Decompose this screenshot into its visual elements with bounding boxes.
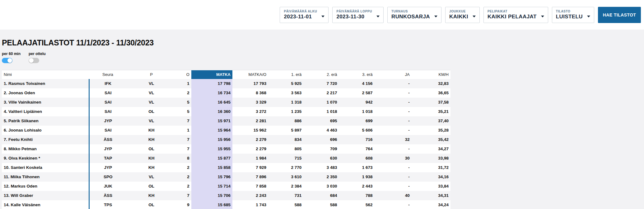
stat-cell: 709 bbox=[303, 144, 339, 154]
col-header-1-er-[interactable]: 1. erä bbox=[268, 70, 303, 79]
table-row: 3. Ville VainikainenSAIVL516 6453 3291 3… bbox=[2, 98, 450, 107]
filter-label: JOUKKUE bbox=[449, 10, 468, 13]
player-name-cell[interactable]: 14. Kalle Väisänen bbox=[2, 200, 89, 209]
stat-cell: 5 897 bbox=[268, 126, 303, 135]
filter-dropdown-team[interactable]: JOUKKUE KAIKKI bbox=[445, 7, 480, 23]
col-header-p[interactable]: P bbox=[127, 70, 176, 79]
filter-label: PELIPAIKAT bbox=[488, 10, 537, 13]
col-header-2-er-[interactable]: 2. erä bbox=[303, 70, 339, 79]
table-row: 9. Oiva Keskinen *TAPKH815 8771 98471563… bbox=[2, 154, 450, 163]
col-header-matka-o[interactable]: MATKA/O bbox=[232, 70, 268, 79]
stat-cell: - bbox=[375, 172, 412, 182]
stat-cell: SAI bbox=[89, 107, 126, 116]
filter-dropdown-date-end[interactable]: PÄIVÄMÄÄRÄ LOPPU 2023-11-30 bbox=[332, 7, 384, 23]
player-name-cell[interactable]: 7. Feetu Knihti bbox=[2, 135, 89, 144]
player-name-cell[interactable]: 8. Mikko Petman bbox=[2, 144, 89, 154]
stat-cell: 7 bbox=[176, 135, 191, 144]
toggle-knob bbox=[7, 58, 12, 63]
stat-cell: 886 bbox=[268, 116, 303, 126]
stat-cell: SPO bbox=[89, 172, 126, 182]
player-name-cell[interactable]: 9. Oiva Keskinen * bbox=[2, 154, 89, 163]
table-row: 14. Kalle VäisänenTPSOL915 6851 74358858… bbox=[2, 200, 450, 209]
stat-cell: 3 610 bbox=[268, 172, 303, 182]
stat-cell: 1 018 bbox=[303, 107, 339, 116]
stat-cell: KH bbox=[127, 154, 176, 163]
col-header-ja[interactable]: JA bbox=[375, 70, 412, 79]
stat-cell: 34,31 bbox=[412, 191, 450, 200]
filter-label: PÄIVÄMÄÄRÄ LOPPU bbox=[336, 10, 372, 13]
stat-cell: 2 bbox=[176, 172, 191, 182]
col-header-seura[interactable]: Seura bbox=[89, 70, 126, 79]
stat-cell: SAI bbox=[89, 98, 126, 107]
table-row: 6. Joonas LohisaloSAIKH115 96415 9625 89… bbox=[2, 126, 450, 135]
player-name-cell[interactable]: 6. Joonas Lohisalo bbox=[2, 126, 89, 135]
page-title: PELAAJATILASTOT 11/1/2023 - 11/30/2023 bbox=[2, 38, 644, 47]
col-header-o[interactable]: O bbox=[176, 70, 191, 79]
player-name-cell[interactable]: 2. Joonas Oden bbox=[2, 88, 89, 98]
stat-cell: 15 858 bbox=[191, 163, 232, 172]
toggle-label: per 60 min bbox=[2, 52, 21, 56]
stat-cell: 5 606 bbox=[339, 126, 374, 135]
stat-cell: 2 217 bbox=[303, 88, 339, 98]
stat-cell: 1 235 bbox=[268, 107, 303, 116]
stat-cell: 1 673 bbox=[339, 163, 374, 172]
stat-cell: OL bbox=[127, 200, 176, 209]
player-name-cell[interactable]: 11. Miika Tiihonen bbox=[2, 172, 89, 182]
hae-tilastot-button[interactable]: HAE TILASTOT bbox=[598, 7, 641, 23]
chevron-down-icon bbox=[376, 16, 380, 17]
player-name-cell[interactable]: 12. Markus Oden bbox=[2, 182, 89, 191]
stat-cell: SAI bbox=[89, 88, 126, 98]
player-name-cell[interactable]: 5. Patrik Siikanen bbox=[2, 116, 89, 126]
stat-cell: 4 156 bbox=[339, 79, 374, 88]
stat-cell: IFK bbox=[89, 79, 126, 88]
player-name-cell[interactable]: 3. Ville Vainikainen bbox=[2, 98, 89, 107]
col-header-matka[interactable]: MATKA bbox=[191, 70, 232, 79]
stat-cell: 2 bbox=[176, 182, 191, 191]
stat-cell: 1 bbox=[176, 126, 191, 135]
stat-cell: 5 925 bbox=[268, 79, 303, 88]
filter-label: PÄIVÄMÄÄRÄ ALKU bbox=[284, 10, 317, 13]
toggle-per-ottelu[interactable] bbox=[29, 58, 39, 63]
col-header-3-er-[interactable]: 3. erä bbox=[339, 70, 374, 79]
stat-cell: 699 bbox=[339, 116, 374, 126]
stat-cell: 942 bbox=[339, 98, 374, 107]
stat-cell: 805 bbox=[268, 144, 303, 154]
stat-cell: 37,58 bbox=[412, 98, 450, 107]
filter-dropdown-stat-type[interactable]: TILASTO LUISTELU bbox=[552, 7, 594, 23]
filter-value: 2023-11-30 bbox=[336, 14, 372, 20]
chevron-down-icon bbox=[587, 16, 590, 17]
stat-cell: 2 281 bbox=[232, 116, 268, 126]
stat-cell: 695 bbox=[303, 116, 339, 126]
stat-cell: 7 929 bbox=[232, 163, 268, 172]
stat-cell: 3 563 bbox=[268, 88, 303, 98]
col-header-nimi[interactable]: Nimi bbox=[2, 70, 89, 79]
stat-cell: 630 bbox=[303, 154, 339, 163]
stat-cell: 30 bbox=[375, 154, 412, 163]
player-name-cell[interactable]: 13. Will Graber bbox=[2, 191, 89, 200]
chevron-down-icon bbox=[434, 16, 437, 17]
content-area: PELAAJATILASTOT 11/1/2023 - 11/30/2023 p… bbox=[0, 30, 644, 209]
stat-cell: 3 030 bbox=[303, 182, 339, 191]
filter-dropdown-date-start[interactable]: PÄIVÄMÄÄRÄ ALKU 2023-11-01 bbox=[280, 7, 329, 23]
stat-cell: 2 bbox=[176, 163, 191, 172]
col-header-km-h[interactable]: KM/H bbox=[412, 70, 450, 79]
stat-cell: JYP bbox=[89, 116, 126, 126]
stat-cell: - bbox=[375, 79, 412, 88]
player-name-cell[interactable]: 1. Rasmus Toivainen bbox=[2, 79, 89, 88]
stat-cell: ÄSS bbox=[89, 191, 126, 200]
stat-cell: 7 bbox=[176, 144, 191, 154]
filter-dropdown-tournament[interactable]: TURNAUS RUNKOSARJA bbox=[387, 7, 441, 23]
stat-cell: 3 329 bbox=[232, 98, 268, 107]
stat-cell: 834 bbox=[268, 135, 303, 144]
toggle-per-60-min[interactable] bbox=[2, 58, 12, 63]
table-row: 13. Will GraberÄSSKH715 7062 24373168478… bbox=[2, 191, 450, 200]
player-name-cell[interactable]: 10. Santeri Koskela bbox=[2, 163, 89, 172]
table-row: 1. Rasmus ToivainenIFKVL117 79817 7935 9… bbox=[2, 79, 450, 88]
stat-cell: 15 714 bbox=[191, 182, 232, 191]
filter-dropdown-positions[interactable]: PELIPAIKAT KAIKKI PELAAJAT bbox=[483, 7, 548, 23]
player-name-cell[interactable]: 4. Valtteri Lipiäinen bbox=[2, 107, 89, 116]
chevron-down-icon bbox=[473, 16, 476, 17]
stat-cell: 1 070 bbox=[303, 98, 339, 107]
stat-cell: 32,83 bbox=[412, 79, 450, 88]
filter-bar: PÄIVÄMÄÄRÄ ALKU 2023-11-01 PÄIVÄMÄÄRÄ LO… bbox=[0, 0, 644, 30]
